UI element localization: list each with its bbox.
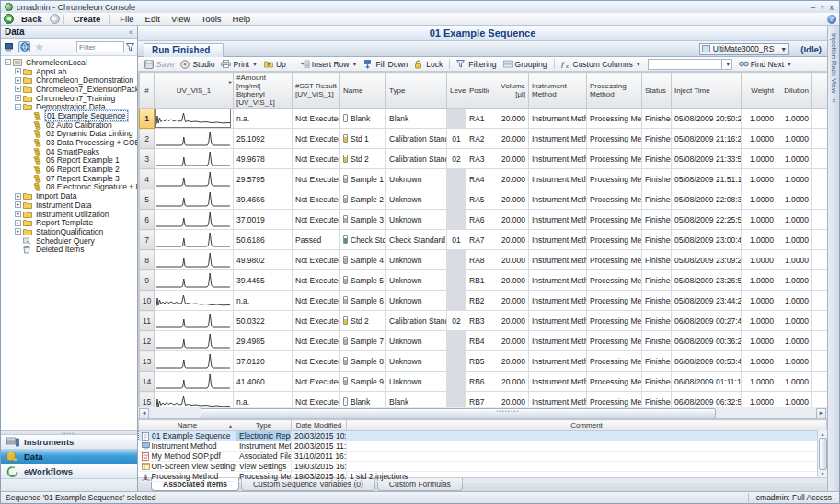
close-button[interactable]: x xyxy=(830,3,834,12)
minimize-button[interactable]: – xyxy=(811,3,815,12)
type-cell[interactable]: Check Standard xyxy=(386,230,447,250)
amount-cell[interactable]: 37.0019 xyxy=(234,210,293,230)
chevron-down-icon[interactable]: ▼ xyxy=(351,62,357,67)
chromatogram-thumbnail[interactable] xyxy=(155,250,234,270)
column-header[interactable]: Comment xyxy=(347,420,827,431)
grouping-button[interactable]: Grouping xyxy=(501,59,550,70)
amount-cell[interactable]: 50.0322 xyxy=(234,311,293,331)
processing-method-cell[interactable]: Processing Method xyxy=(587,149,642,169)
find-next-button[interactable]: Find Next ▼ xyxy=(736,59,795,70)
status-cell[interactable]: Finished xyxy=(642,351,672,372)
chromatogram-thumbnail[interactable] xyxy=(155,392,234,407)
amount-cell[interactable]: n.a. xyxy=(234,392,293,407)
network-view-icon[interactable] xyxy=(18,41,30,52)
amount-cell[interactable]: 41.4060 xyxy=(234,372,293,392)
type-cell[interactable]: Unknown xyxy=(386,169,447,189)
type-cell[interactable]: Unknown xyxy=(386,351,447,372)
restore-button[interactable]: ▫ xyxy=(821,3,823,12)
item-type-cell[interactable]: Instrument Method xyxy=(236,441,292,452)
column-header[interactable]: Status xyxy=(642,73,672,109)
custom-columns-button[interactable]: fx Custom Columns ▼ xyxy=(558,59,644,70)
injection-row[interactable]: 8 49.9802 Not Executed Sample 4 Unknown … xyxy=(140,250,828,270)
name-cell[interactable]: Std 1 xyxy=(340,129,386,149)
row-number-cell[interactable]: 10 xyxy=(140,291,155,311)
inject-time-cell[interactable]: 06/08/2009 00:53:49 xyxy=(672,351,742,372)
injection-row[interactable]: 10 n.a. Not Executed Sample 6 Unknown RB… xyxy=(140,291,828,311)
dilution-cell[interactable]: 1.0000 xyxy=(777,189,812,210)
tree-expander-icon[interactable]: + xyxy=(15,95,21,101)
tree-expander-icon[interactable]: + xyxy=(15,211,21,217)
dilution-cell[interactable]: 1.0000 xyxy=(777,351,812,372)
scroll-up-icon[interactable]: ▲ xyxy=(821,431,825,437)
insert-row-button[interactable]: Insert Row ▼ xyxy=(297,59,361,70)
tree-item[interactable]: 01 Example Sequence xyxy=(1,111,137,120)
dilution-cell[interactable]: 1.0000 xyxy=(777,210,812,230)
level-cell[interactable] xyxy=(447,392,466,407)
level-cell[interactable] xyxy=(447,270,466,291)
volume-cell[interactable]: 20.000 xyxy=(489,331,529,351)
inject-time-cell[interactable]: 05/08/2009 21:33:50 xyxy=(672,149,742,169)
weight-cell[interactable]: 1.0000 xyxy=(742,230,777,250)
nav-eworkflows-button[interactable]: eWorkflows xyxy=(1,464,137,478)
instrument-method-cell[interactable]: Instrument Method xyxy=(529,109,587,129)
inject-time-cell[interactable]: 05/08/2009 22:25:59 xyxy=(672,210,742,230)
column-header[interactable]: Volume [µl] xyxy=(489,73,529,109)
name-cell[interactable]: Sample 7 xyxy=(340,331,386,351)
level-cell[interactable] xyxy=(447,169,466,189)
level-cell[interactable] xyxy=(447,331,466,351)
tree-expander-icon[interactable]: + xyxy=(15,220,21,226)
position-cell[interactable]: RA2 xyxy=(466,129,489,149)
inject-time-cell[interactable]: 05/08/2009 23:26:53 xyxy=(672,270,742,291)
level-cell[interactable] xyxy=(447,250,466,270)
processing-method-cell[interactable]: Processing Method xyxy=(587,351,642,372)
weight-cell[interactable]: 1.0000 xyxy=(742,351,777,372)
item-date-cell[interactable]: 19/03/2015 16:48 xyxy=(292,472,347,482)
volume-cell[interactable]: 20.000 xyxy=(489,129,529,149)
sst-result-cell[interactable]: Not Executed xyxy=(293,291,340,311)
injection-row[interactable]: 3 49.9678 Not Executed Std 2 Calibration… xyxy=(140,149,828,169)
status-cell[interactable]: Finished xyxy=(642,129,672,149)
weight-cell[interactable]: 1.0000 xyxy=(742,189,777,210)
item-comment-cell[interactable]: 1 std 2 injections xyxy=(347,472,827,482)
row-number-cell[interactable]: 15 xyxy=(140,392,155,407)
tree-expander-icon[interactable]: - xyxy=(5,59,11,65)
volume-cell[interactable]: 20.000 xyxy=(489,372,529,392)
item-name-cell[interactable]: Instrument Method xyxy=(139,441,236,452)
nav-instruments-button[interactable]: Instruments xyxy=(1,434,137,449)
injection-row[interactable]: 7 50.6186 Passed Check Std Check Standar… xyxy=(140,230,828,250)
status-cell[interactable]: Finished xyxy=(642,311,672,331)
amount-cell[interactable]: 25.1092 xyxy=(234,129,293,149)
dilution-cell[interactable]: 1.0000 xyxy=(777,230,812,250)
position-cell[interactable]: RB4 xyxy=(466,331,489,351)
column-header[interactable]: #SST Result [UV_VIS_1] xyxy=(293,73,340,109)
inject-time-cell[interactable]: 05/08/2009 21:16:29 xyxy=(672,129,742,149)
sst-result-cell[interactable]: Not Executed xyxy=(293,109,340,129)
position-cell[interactable]: RA3 xyxy=(466,149,489,169)
tree-item[interactable]: 06 Report Example 2 xyxy=(1,165,137,174)
item-name-cell[interactable]: 01 Example Sequence xyxy=(139,431,236,441)
tree-item[interactable]: + AppsLab xyxy=(1,67,137,76)
inject-time-cell[interactable]: 06/08/2009 00:27:44 xyxy=(672,311,742,331)
processing-method-cell[interactable]: Processing Method xyxy=(587,392,642,407)
injection-row[interactable]: 1 n.a. Not Executed Blank Blank RA1 20.0… xyxy=(140,109,828,129)
tab-run-finished[interactable]: Run Finished xyxy=(144,43,224,57)
back-icon[interactable]: ◄ xyxy=(4,14,14,24)
position-cell[interactable]: RA8 xyxy=(466,250,489,270)
volume-cell[interactable]: 20.000 xyxy=(489,250,529,270)
tree-expander-icon[interactable]: + xyxy=(15,201,21,208)
column-header[interactable]: Weight xyxy=(742,73,777,109)
row-number-cell[interactable]: 9 xyxy=(140,270,155,291)
name-cell[interactable]: Blank xyxy=(340,109,386,129)
sst-result-cell[interactable]: Not Executed xyxy=(293,270,340,291)
status-cell[interactable]: Finished xyxy=(642,392,672,407)
instrument-method-cell[interactable]: Instrument Method xyxy=(529,331,587,351)
name-cell[interactable]: Std 2 xyxy=(340,311,386,331)
tree-item[interactable]: + StationQualification xyxy=(1,227,137,236)
injection-row[interactable]: 11 50.0322 Not Executed Std 2 Calibratio… xyxy=(140,311,828,331)
tree-item[interactable]: + Import Data xyxy=(1,191,137,200)
type-cell[interactable]: Unknown xyxy=(386,372,447,392)
menu-back[interactable]: Back xyxy=(16,13,48,25)
inject-time-cell[interactable]: 05/08/2009 20:50:28 xyxy=(672,109,742,129)
find-text-combo[interactable]: ▼ xyxy=(648,59,732,70)
tree-expander-icon[interactable]: + xyxy=(15,68,21,74)
